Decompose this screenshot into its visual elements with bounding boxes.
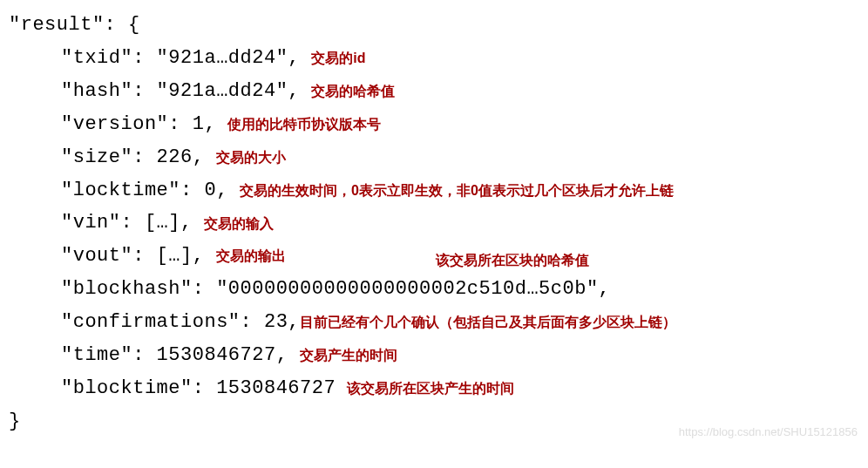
annotation: 交易的输出 [216,244,286,268]
code-text: } [9,405,21,437]
annotation: 交易的输入 [204,212,274,235]
line-txid: "txid": "921a…dd24", 交易的id [9,42,859,75]
annotation: 交易产生的时间 [300,343,397,367]
code-text: "blocktime": 1530846727 [61,372,336,404]
code-text: "result": { [9,9,140,41]
code-text: "blockhash": "00000000000000000002c510d…… [61,273,610,305]
code-text: "time": 1530846727, [61,339,288,371]
line-vin: "vin": […], 交易的输入 [9,207,859,240]
annotation: 交易的id [311,46,365,70]
annotation: 交易的哈希值 [311,79,395,103]
line-blockhash: "blockhash": "00000000000000000002c510d…… [9,273,859,306]
line-size: "size": 226, 交易的大小 [9,141,859,174]
annotation: 使用的比特币协议版本号 [227,112,381,136]
annotation: 该交易所在区块产生的时间 [347,376,514,400]
watermark: https://blog.csdn.net/SHU15121856 [679,423,858,442]
annotation: 交易的生效时间，0表示立即生效，非0值表示过几个区块后才允许上链 [240,179,674,202]
code-text: "vin": […], [61,207,193,239]
line-blocktime: "blocktime": 1530846727 该交易所在区块产生的时间 [9,372,859,405]
code-text: "locktime": 0, [61,174,228,207]
line-version: "version": 1, 使用的比特币协议版本号 [9,108,859,141]
code-text: "confirmations": 23, [61,306,300,338]
annotation: 目前已经有个几个确认（包括自己及其后面有多少区块上链） [300,310,676,334]
line-confirmations: "confirmations": 23,目前已经有个几个确认（包括自己及其后面有… [9,306,859,339]
line-vout: "vout": […], 交易的输出 [9,240,859,273]
annotation: 交易的大小 [216,146,286,169]
code-text: "version": 1, [61,108,216,140]
annotation-blockhash: 该交易所在区块的哈希值 [436,248,589,272]
result-open: "result": { [9,9,859,42]
code-text: "hash": "921a…dd24", [61,75,300,107]
line-time: "time": 1530846727, 交易产生的时间 [9,339,859,372]
code-text: "size": 226, [61,141,204,173]
line-locktime: "locktime": 0, 交易的生效时间，0表示立即生效，非0值表示过几个区… [9,174,859,207]
code-text: "txid": "921a…dd24", [61,42,300,74]
code-text: "vout": […], [61,240,204,272]
line-hash: "hash": "921a…dd24", 交易的哈希值 [9,75,859,108]
